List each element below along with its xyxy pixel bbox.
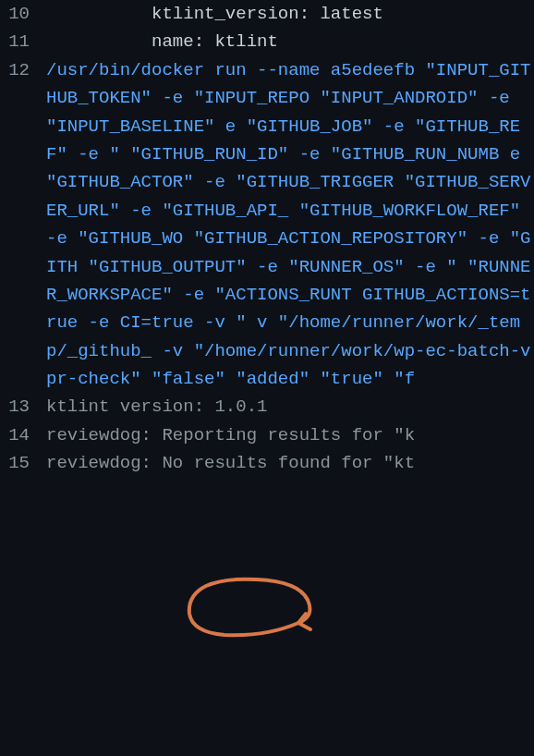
line-number: 11: [0, 28, 46, 55]
log-line-14[interactable]: 14 reviewdog: Reporting results for "k: [0, 421, 534, 449]
line-number: 12: [0, 56, 46, 84]
line-content: ktlint version: 1.0.1: [46, 393, 534, 421]
line-number: 13: [0, 393, 46, 421]
line-content: ktlint_version: latest: [46, 0, 534, 28]
line-content: name: ktlint: [46, 28, 534, 55]
log-line-10[interactable]: 10 ktlint_version: latest: [0, 0, 534, 28]
line-content: reviewdog: Reporting results for "k: [46, 421, 534, 449]
line-content: reviewdog: No results found for "kt: [46, 449, 534, 477]
log-line-11[interactable]: 11 name: ktlint: [0, 28, 534, 55]
highlight-circle-annotation: [178, 572, 322, 641]
log-output: 10 ktlint_version: latest 11 name: ktlin…: [0, 0, 534, 478]
log-line-13[interactable]: 13 ktlint version: 1.0.1: [0, 393, 534, 421]
line-number: 14: [0, 421, 46, 449]
line-number: 10: [0, 0, 46, 28]
log-line-15[interactable]: 15 reviewdog: No results found for "kt: [0, 449, 534, 477]
line-number: 15: [0, 449, 46, 477]
line-content: /usr/bin/docker run --name a5edeefb "INP…: [46, 56, 534, 394]
log-line-12[interactable]: 12 /usr/bin/docker run --name a5edeefb "…: [0, 56, 534, 394]
